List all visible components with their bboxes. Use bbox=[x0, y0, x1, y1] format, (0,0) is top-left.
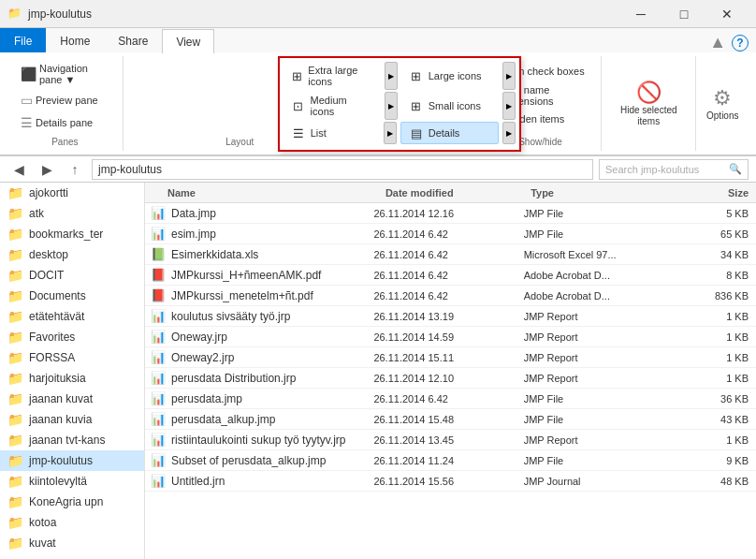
sidebar-item-favorites[interactable]: 📁 Favorites bbox=[0, 327, 144, 347]
list-arrow[interactable]: ▶ bbox=[384, 122, 397, 144]
file-name-text: perusdata.jmp bbox=[171, 392, 242, 405]
sidebar-item-jmp-koulutus[interactable]: 📁 jmp-koulutus bbox=[0, 450, 144, 471]
hide-selected-section: 🚫 Hide selected items bbox=[602, 56, 696, 151]
file-date: 26.11.2014 6.42 bbox=[373, 249, 523, 260]
table-row[interactable]: 📊 koulutus sivsääty työ.jrp 26.11.2014 1… bbox=[145, 306, 756, 327]
file-name-text: JMPkurssi_H+ñmeenAMK.pdf bbox=[171, 269, 321, 282]
small-icons-arrow[interactable]: ▶ bbox=[502, 92, 516, 120]
sidebar-item-desktop[interactable]: 📁 desktop bbox=[0, 244, 144, 265]
file-type-icon: 📊 bbox=[149, 451, 167, 470]
sidebar-item-forssa[interactable]: 📁 FORSSA bbox=[0, 347, 144, 368]
file-size: 36 KB bbox=[674, 393, 756, 405]
sidebar-item-atk[interactable]: 📁 atk bbox=[0, 203, 144, 224]
options-button[interactable]: ⚙ Options bbox=[701, 82, 744, 125]
file-name-text: ristiintaulukointi sukup työ tyytyv.jrp bbox=[171, 434, 346, 447]
table-row[interactable]: 📊 perusdata Distribution.jrp 26.11.2014 … bbox=[145, 368, 756, 389]
details-pane-button[interactable]: ☰ Details pane bbox=[15, 112, 115, 133]
table-row[interactable]: 📊 Oneway.jrp 26.11.2014 14.59 JMP Report… bbox=[145, 327, 756, 347]
file-type-text: JMP File bbox=[524, 228, 674, 240]
table-row[interactable]: 📊 Data.jmp 26.11.2014 12.16 JMP File 5 K… bbox=[145, 203, 756, 224]
tab-file[interactable]: File bbox=[0, 28, 46, 52]
up-button[interactable]: ↑ bbox=[64, 158, 86, 181]
file-date: 26.11.2014 12.10 bbox=[373, 373, 523, 384]
file-name-text: esim.jmp bbox=[171, 228, 216, 241]
file-name-text: Untitled.jrn bbox=[171, 475, 225, 488]
file-type-icon: 📕 bbox=[149, 266, 167, 285]
sidebar: 📁 ajokortti 📁 atk 📁 bookmarks_ter 📁 desk… bbox=[0, 183, 145, 559]
search-box[interactable]: Search jmp-koulutus 🔍 bbox=[599, 159, 749, 180]
sidebar-item-jaanan-kuvia[interactable]: 📁 jaanan kuvia bbox=[0, 409, 144, 430]
list-option[interactable]: ☰ List bbox=[284, 122, 380, 144]
folder-icon: 📁 bbox=[7, 350, 23, 365]
layout-row-2: ⊡ Medium icons ▶ ⊞ Small icons ▶ bbox=[284, 92, 516, 120]
sidebar-item-koneagria[interactable]: 📁 KoneAgria upn bbox=[0, 492, 144, 512]
details-option[interactable]: ▤ Details bbox=[400, 122, 499, 144]
file-name-text: koulutus sivsääty työ.jrp bbox=[171, 310, 290, 323]
tab-share[interactable]: Share bbox=[104, 28, 162, 52]
medium-icons-arrow[interactable]: ▶ bbox=[385, 92, 398, 120]
minimize-button[interactable]: ─ bbox=[619, 0, 662, 28]
forward-button[interactable]: ▶ bbox=[36, 158, 58, 181]
tab-view[interactable]: View bbox=[162, 29, 214, 53]
file-type-text: JMP Report bbox=[524, 373, 674, 384]
details-arrow[interactable]: ▶ bbox=[502, 122, 516, 144]
panes-label: Panes bbox=[15, 133, 115, 147]
back-button[interactable]: ◀ bbox=[7, 158, 30, 181]
file-size: 48 KB bbox=[674, 476, 756, 487]
sidebar-item-jaanan-tvt[interactable]: 📁 jaanan tvt-kans bbox=[0, 430, 144, 450]
large-icons-option[interactable]: ⊞ Large icons bbox=[401, 62, 499, 90]
sidebar-item-ajokortti[interactable]: 📁 ajokortti bbox=[0, 183, 144, 203]
close-button[interactable]: ✕ bbox=[705, 0, 749, 28]
col-type-header[interactable]: Type bbox=[531, 187, 676, 199]
table-row[interactable]: 📊 Oneway2.jrp 26.11.2014 15.11 JMP Repor… bbox=[145, 347, 756, 368]
file-type-text: Adobe Acrobat D... bbox=[524, 270, 674, 281]
maximize-button[interactable]: □ bbox=[662, 0, 705, 28]
table-row[interactable]: 📗 Esimerkkidata.xls 26.11.2014 6.42 Micr… bbox=[145, 244, 756, 265]
small-icons-option[interactable]: ⊞ Small icons bbox=[401, 92, 499, 120]
col-date-header[interactable]: Date modified bbox=[385, 187, 531, 199]
medium-icons-option[interactable]: ⊡ Medium icons bbox=[284, 92, 381, 120]
navigation-pane-button[interactable]: ⬛ Navigation pane ▼ bbox=[15, 60, 115, 88]
extra-large-arrow[interactable]: ▶ bbox=[385, 62, 398, 90]
sidebar-item-documents[interactable]: 📁 Documents bbox=[0, 286, 144, 306]
table-row[interactable]: 📊 esim.jmp 26.11.2014 6.42 JMP File 65 K… bbox=[145, 224, 756, 244]
search-icon: 🔍 bbox=[729, 163, 742, 175]
extra-large-icons-option[interactable]: ⊞ Extra large icons bbox=[284, 62, 381, 90]
large-icons-arrow[interactable]: ▶ bbox=[502, 62, 516, 90]
sidebar-item-kotoa[interactable]: 📁 kotoa bbox=[0, 512, 144, 533]
sidebar-item-kuvat[interactable]: 📁 kuvat bbox=[0, 533, 144, 553]
ribbon-content: ⬛ Navigation pane ▼ ▭ Preview pane ☰ Det… bbox=[0, 52, 756, 155]
sidebar-item-docit[interactable]: 📁 DOCIT bbox=[0, 265, 144, 286]
help-icon[interactable]: ? bbox=[732, 35, 749, 51]
file-type-text: JMP File bbox=[524, 208, 674, 219]
window-controls: ─ □ ✕ bbox=[619, 0, 749, 28]
sidebar-item-etatehtavat[interactable]: 📁 etätehtävät bbox=[0, 306, 144, 327]
large-icons-icon: ⊞ bbox=[409, 68, 424, 83]
address-bar: ◀ ▶ ↑ jmp-koulutus Search jmp-koulutus 🔍 bbox=[0, 156, 756, 183]
sidebar-item-bookmarks[interactable]: 📁 bookmarks_ter bbox=[0, 224, 144, 244]
table-row[interactable]: 📊 perusdata.jmp 26.11.2014 6.42 JMP File… bbox=[145, 389, 756, 409]
sidebar-item-harjoituksia[interactable]: 📁 harjoituksia bbox=[0, 368, 144, 389]
preview-pane-button[interactable]: ▭ Preview pane bbox=[15, 90, 115, 110]
sidebar-item-jaanan-kuvat[interactable]: 📁 jaanan kuvat bbox=[0, 389, 144, 409]
address-path[interactable]: jmp-koulutus bbox=[92, 159, 593, 180]
ribbon: File Home Share View ▲ ? ⬛ Navigation pa… bbox=[0, 28, 756, 156]
file-name-text: Subset of perusdata_alkup.jmp bbox=[171, 454, 326, 467]
file-size: 65 KB bbox=[674, 228, 756, 240]
col-name-header[interactable]: Name bbox=[145, 187, 385, 199]
file-size: 1 KB bbox=[674, 373, 756, 384]
file-type-icon: 📊 bbox=[149, 410, 167, 429]
tab-home[interactable]: Home bbox=[46, 28, 104, 52]
table-row[interactable]: 📕 JMPkurssi_menetelm+ñt.pdf 26.11.2014 6… bbox=[145, 286, 756, 306]
table-row[interactable]: 📊 Subset of perusdata_alkup.jmp 26.11.20… bbox=[145, 450, 756, 471]
table-row[interactable]: 📊 perusdata_alkup.jmp 26.11.2014 15.48 J… bbox=[145, 409, 756, 430]
table-row[interactable]: 📊 Untitled.jrn 26.11.2014 15.56 JMP Jour… bbox=[145, 471, 756, 492]
sidebar-item-kiintolevylta[interactable]: 📁 kiintolevyltä bbox=[0, 471, 144, 492]
hide-selected-button[interactable]: 🚫 Hide selected items bbox=[609, 77, 688, 131]
ribbon-collapse-icon[interactable]: ▲ bbox=[709, 33, 726, 52]
table-row[interactable]: 📕 JMPkurssi_H+ñmeenAMK.pdf 26.11.2014 6.… bbox=[145, 265, 756, 286]
col-size-header[interactable]: Size bbox=[676, 187, 756, 199]
file-name-text: Data.jmp bbox=[171, 207, 216, 220]
table-row[interactable]: 📊 ristiintaulukointi sukup työ tyytyv.jr… bbox=[145, 430, 756, 450]
folder-icon: 📁 bbox=[7, 185, 23, 200]
